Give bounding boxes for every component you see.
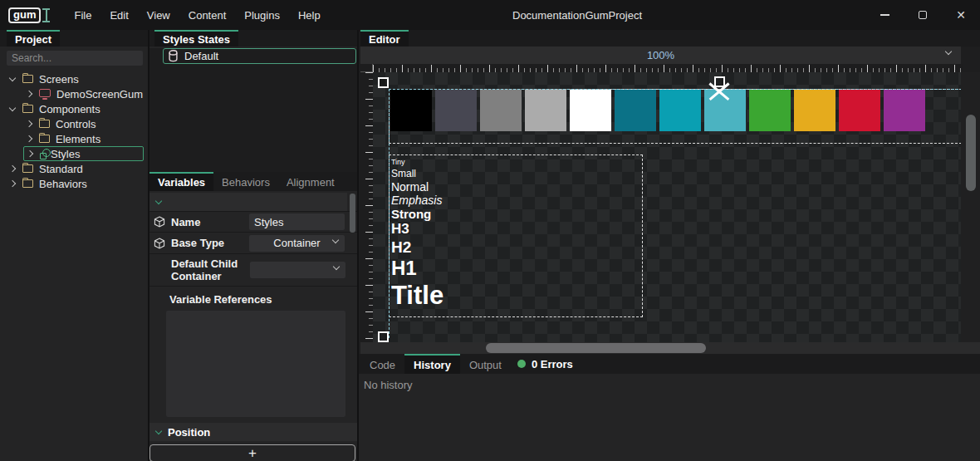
variables-scrollbar[interactable]: [350, 194, 355, 233]
tree-item-elements[interactable]: Elements: [0, 131, 148, 146]
tree-item-label: Components: [39, 103, 100, 115]
vertical-scrollbar-track[interactable]: [961, 72, 980, 342]
chevron-right-icon[interactable]: [27, 150, 33, 157]
color-swatch[interactable]: [525, 90, 566, 131]
close-icon: ✕: [956, 9, 966, 21]
chevron-down-icon[interactable]: [9, 74, 16, 81]
horizontal-scrollbar-thumb[interactable]: [486, 343, 706, 353]
tree-item-standard[interactable]: Standard: [0, 161, 148, 176]
tree-item-behaviors[interactable]: Behaviors: [0, 176, 148, 191]
chevron-down-icon: [945, 48, 952, 55]
text-style-sample[interactable]: H1: [391, 257, 443, 280]
text-cursor-icon: [42, 8, 50, 22]
variable-row-base-type: Base Type Container: [149, 232, 357, 253]
tree-item-demoscreengum[interactable]: DemoScreenGum: [0, 86, 148, 101]
tab-styles-states[interactable]: Styles States: [154, 30, 238, 47]
base-type-dropdown[interactable]: Container: [249, 235, 345, 252]
chevron-right-icon[interactable]: [9, 180, 16, 187]
field-label-name: Name: [171, 216, 249, 228]
text-style-sample[interactable]: H3: [391, 221, 443, 238]
color-swatch[interactable]: [390, 90, 432, 131]
tab-history[interactable]: History: [404, 354, 460, 374]
vertical-scrollbar-thumb[interactable]: [966, 115, 976, 191]
menu-item-help[interactable]: Help: [289, 6, 330, 25]
variable-row-default-child: Default Child Container: [149, 253, 357, 286]
text-style-sample[interactable]: Title: [391, 280, 443, 311]
text-style-sample[interactable]: Normal: [391, 180, 443, 194]
chevron-right-icon[interactable]: [26, 135, 32, 142]
chevron-down-icon: [333, 263, 340, 270]
text-style-sample[interactable]: Strong: [391, 207, 443, 221]
text-style-sample[interactable]: Tiny: [391, 157, 443, 168]
menu-item-edit[interactable]: Edit: [100, 6, 137, 25]
name-field[interactable]: [249, 213, 345, 230]
color-swatch[interactable]: [615, 90, 656, 131]
tree-item-screens[interactable]: Screens: [0, 71, 148, 86]
variables-collapse-header[interactable]: [149, 193, 347, 211]
position-section-label: Position: [168, 426, 210, 439]
text-style-sample[interactable]: H2: [391, 238, 443, 257]
states-list: Default: [149, 48, 357, 172]
tree-item-controls[interactable]: Controls: [0, 116, 148, 131]
ruler-corner: [360, 64, 373, 72]
menu-item-view[interactable]: View: [138, 6, 179, 25]
tree-item-label: Behaviors: [39, 178, 87, 190]
state-item-default[interactable]: Default: [163, 48, 356, 64]
history-panel: No history: [359, 374, 980, 461]
tab-code[interactable]: Code: [360, 354, 404, 374]
color-swatch[interactable]: [794, 90, 835, 131]
horizontal-scrollbar-track[interactable]: [360, 342, 980, 354]
color-swatch[interactable]: [884, 90, 925, 131]
tree-item-styles-selected[interactable]: Styles: [23, 146, 144, 161]
color-swatch[interactable]: [570, 90, 611, 131]
tree-item-components[interactable]: Components: [0, 101, 148, 116]
menu-item-content[interactable]: Content: [179, 6, 236, 25]
text-style-stack: TinySmallNormalEmphasisStrongH3H2H1Title: [391, 157, 443, 311]
add-variable-button[interactable]: +: [149, 444, 355, 461]
default-child-dropdown[interactable]: [250, 262, 345, 278]
horizontal-ruler: [373, 64, 963, 72]
minimize-button[interactable]: [865, 0, 904, 30]
tab-alignment[interactable]: Alignment: [278, 172, 343, 191]
tab-project[interactable]: Project: [7, 30, 60, 47]
tab-editor[interactable]: Editor: [360, 30, 409, 47]
tab-behaviors[interactable]: Behaviors: [213, 172, 278, 191]
gum-logo[interactable]: gum: [8, 7, 50, 23]
chevron-down-icon[interactable]: [9, 104, 16, 110]
menu-bar: FileEditViewContentPluginsHelp: [65, 6, 329, 25]
chevron-right-icon[interactable]: [26, 91, 32, 97]
color-swatch[interactable]: [435, 90, 477, 131]
variable-references-textarea[interactable]: [166, 311, 345, 417]
close-button[interactable]: ✕: [942, 0, 980, 30]
menu-item-plugins[interactable]: Plugins: [235, 6, 289, 25]
color-swatch[interactable]: [839, 90, 880, 131]
text-style-sample[interactable]: Small: [391, 168, 443, 180]
folder-icon: [39, 135, 50, 143]
position-section-header[interactable]: Position: [149, 423, 357, 441]
color-swatch[interactable]: [659, 90, 701, 131]
maximize-button[interactable]: [904, 0, 942, 30]
window-title: DocumentationGumProject: [512, 0, 642, 30]
color-swatch[interactable]: [749, 90, 791, 131]
cube-icon: [153, 238, 166, 249]
title-bar: gum FileEditViewContentPluginsHelp Docum…: [0, 0, 980, 30]
menu-item-file[interactable]: File: [65, 6, 100, 25]
search-input[interactable]: [7, 51, 143, 66]
tab-output[interactable]: Output: [460, 354, 511, 374]
color-swatch[interactable]: [480, 90, 522, 131]
folder-icon: [22, 164, 33, 173]
ruler-row: [360, 64, 980, 72]
chevron-right-icon[interactable]: [9, 165, 16, 172]
resize-handle-top-left[interactable]: [378, 77, 389, 88]
variable-row-name: Name: [149, 211, 357, 232]
tree-item-label: DemoScreenGum: [56, 88, 143, 101]
text-style-sample[interactable]: Emphasis: [391, 194, 443, 207]
zoom-dropdown[interactable]: 100%: [360, 47, 961, 64]
project-panel: Project Screens DemoScreenGum Components…: [0, 30, 148, 461]
editor-canvas[interactable]: TinySmallNormalEmphasisStrongH3H2H1Title: [373, 72, 961, 342]
error-status[interactable]: 0 Errors: [517, 354, 573, 374]
resize-handle-bottom-left[interactable]: [378, 331, 389, 342]
tab-variables[interactable]: Variables: [149, 172, 213, 191]
chevron-right-icon[interactable]: [26, 120, 32, 127]
tree-item-label: Screens: [39, 73, 79, 86]
